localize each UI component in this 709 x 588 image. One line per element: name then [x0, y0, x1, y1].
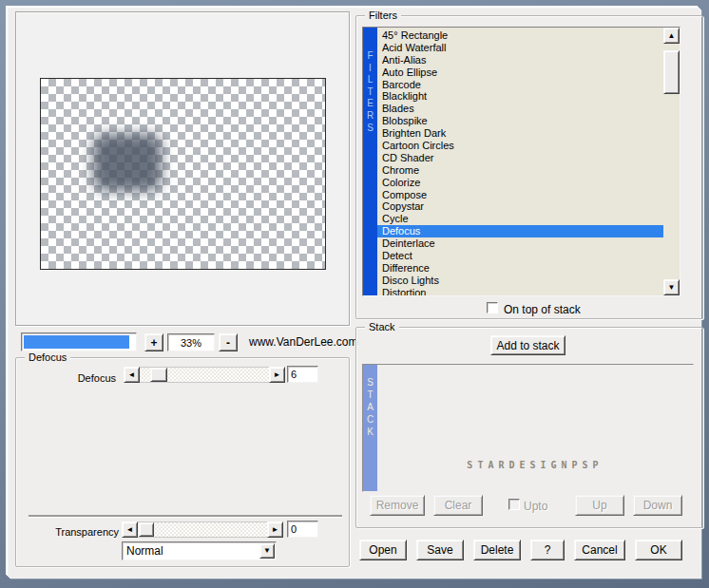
filter-list-item[interactable]: Cartoon Circles — [377, 140, 663, 152]
on-top-of-stack-checkbox[interactable] — [487, 302, 498, 313]
open-button[interactable]: Open — [359, 540, 407, 560]
upto-checkbox[interactable] — [508, 499, 520, 510]
filter-list-item[interactable]: Acid Waterfall — [377, 42, 663, 54]
zoom-level-field[interactable]: 33% — [167, 333, 215, 351]
save-button[interactable]: Save — [416, 540, 464, 560]
filter-list-item[interactable]: Disco Lights — [377, 275, 663, 287]
transparency-slider-track[interactable] — [138, 522, 267, 538]
scrollbar-down-button[interactable]: ▼ — [663, 279, 680, 295]
defocus-slider-left-button[interactable]: ◄ — [124, 367, 140, 383]
stack-listbox: STACK STARDESIGNPSP — [362, 364, 694, 492]
transparency-slider-right-button[interactable]: ► — [267, 522, 283, 538]
defocus-slider-track[interactable] — [140, 367, 269, 383]
scrollbar-up-button[interactable]: ▲ — [663, 28, 680, 44]
stack-sidebar-letters: STACK — [363, 376, 377, 438]
filters-sidebar: FILTERS — [363, 28, 377, 295]
defocus-slider-right-button[interactable]: ► — [269, 367, 285, 383]
filter-list-item[interactable]: Cycle — [377, 213, 663, 225]
transparency-slider-thumb[interactable] — [139, 522, 154, 537]
filter-list-item[interactable]: Compose — [377, 189, 663, 201]
filters-groupbox-label: Filters — [365, 9, 401, 22]
clear-button[interactable]: Clear — [433, 495, 483, 516]
filter-list-items: 45° RectangleAcid WaterfallAnti-AliasAut… — [377, 29, 663, 295]
filter-list-item[interactable]: Blacklight — [377, 90, 663, 103]
transparency-slider-label: Transparency — [36, 526, 119, 538]
up-button[interactable]: Up — [575, 495, 624, 516]
filter-list-item[interactable]: Chrome — [377, 164, 663, 177]
chevron-up-icon: ▲ — [668, 32, 676, 40]
filter-list-item[interactable]: Brighten Dark — [377, 127, 663, 140]
upto-label: Upto — [524, 500, 547, 513]
filter-list-item[interactable]: Anti-Alias — [377, 54, 663, 66]
filters-sidebar-letters: FILTERS — [363, 50, 377, 134]
remove-button[interactable]: Remove — [370, 495, 425, 516]
preview-image[interactable] — [40, 78, 326, 270]
cancel-button[interactable]: Cancel — [574, 540, 625, 560]
filter-list-item[interactable]: Difference — [377, 262, 663, 275]
filter-list-item[interactable]: Barcode — [377, 79, 663, 91]
blend-mode-value: Normal — [126, 544, 163, 558]
watermark-text: STARDESIGNPSP — [377, 460, 693, 470]
help-button[interactable]: ? — [530, 540, 565, 560]
filter-list-item[interactable]: Blades — [377, 103, 663, 115]
right-arrow-icon: ► — [274, 371, 281, 379]
filter-list-item[interactable]: CD Shader — [377, 152, 663, 164]
left-arrow-icon: ◄ — [126, 526, 134, 534]
zoom-progress-fill — [24, 335, 129, 349]
filter-listbox: FILTERS 45° RectangleAcid WaterfallAnti-… — [362, 27, 680, 296]
down-button[interactable]: Down — [633, 495, 682, 516]
filter-list-item[interactable]: Colorize — [377, 177, 663, 189]
left-arrow-icon: ◄ — [128, 371, 136, 379]
stack-groupbox-label: Stack — [365, 321, 399, 333]
chevron-down-icon: ▼ — [668, 284, 676, 292]
filter-list-scrollbar[interactable]: ▲ ▼ — [663, 28, 680, 295]
dropdown-arrow-button[interactable]: ▼ — [259, 543, 275, 559]
on-top-of-stack-label: On top of stack — [504, 303, 581, 316]
filter-list-item[interactable]: 45° Rectangle — [377, 29, 663, 42]
filter-list-item[interactable]: Defocus — [377, 225, 663, 237]
transparency-value-input[interactable]: 0 — [287, 521, 318, 538]
delete-button[interactable]: Delete — [473, 540, 521, 560]
defocus-slider-thumb[interactable] — [150, 368, 167, 382]
filter-list-item[interactable]: Auto Ellipse — [377, 66, 663, 79]
filter-list-item[interactable]: Distortion — [377, 287, 663, 295]
plugin-window: + 33% - www.VanDerLee.com Defocus Defocu… — [0, 0, 709, 588]
chevron-down-icon: ▼ — [263, 547, 271, 555]
filter-list-item[interactable]: Deinterlace — [377, 237, 663, 250]
preview-panel — [15, 11, 350, 326]
zoom-out-button[interactable]: - — [219, 333, 238, 351]
defocus-slider-label: Defocus — [38, 372, 116, 384]
defocus-groupbox-label: Defocus — [25, 351, 70, 364]
right-arrow-icon: ► — [272, 526, 279, 534]
blend-mode-dropdown[interactable]: Normal ▼ — [122, 541, 277, 560]
add-to-stack-button[interactable]: Add to stack — [490, 335, 565, 355]
ok-button[interactable]: OK — [635, 540, 682, 560]
zoom-progress-bar — [21, 332, 137, 351]
scrollbar-thumb[interactable] — [663, 50, 680, 94]
transparency-slider-left-button[interactable]: ◄ — [122, 522, 138, 538]
defocused-object — [93, 134, 162, 191]
zoom-in-button[interactable]: + — [144, 333, 163, 351]
filter-list-item[interactable]: Detect — [377, 250, 663, 262]
stack-sidebar: STACK — [363, 365, 377, 491]
transparency-separator — [29, 515, 342, 517]
defocus-value-input[interactable]: 6 — [287, 366, 318, 383]
filter-list-item[interactable]: Copystar — [377, 200, 663, 213]
vendor-website-link[interactable]: www.VanDerLee.com — [249, 335, 358, 349]
filter-list-item[interactable]: Blobspike — [377, 115, 663, 127]
